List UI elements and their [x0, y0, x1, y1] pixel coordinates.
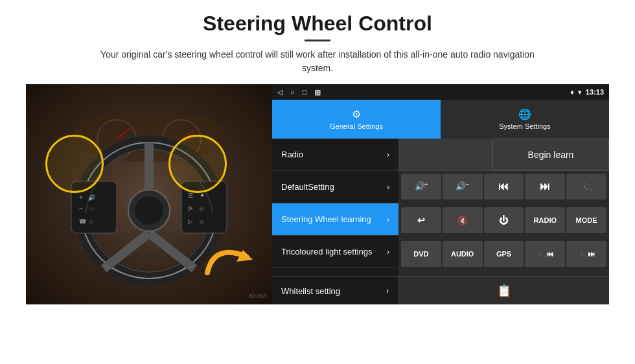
back-call-button[interactable]: ↩ [401, 207, 441, 233]
arrow-container [201, 237, 259, 285]
highlight-circle-left [45, 135, 104, 193]
nav-tabs: ⚙ General Settings 🌐 System Settings [272, 100, 609, 139]
home-icon: ○ [290, 88, 295, 97]
svg-text:+: + [79, 194, 83, 201]
menu-item-tricoloured-label: Tricoloured light settings [281, 247, 372, 256]
car-background: + 🔊 − ☎ ↑↓ ◇ ☰ ✦ ⟳ ◇ ▷ ◇ [26, 84, 272, 304]
svg-line-10 [149, 233, 194, 269]
page-title: Steering Wheel Control [203, 12, 432, 36]
tab-general-settings[interactable]: ⚙ General Settings [272, 100, 441, 139]
call-icon: 📞 [581, 181, 592, 192]
svg-point-12 [135, 196, 163, 225]
radio-button[interactable]: RADIO [525, 207, 565, 233]
menu-item-tricoloured[interactable]: Tricoloured light settings › [272, 236, 398, 268]
mode-button[interactable]: MODE [566, 207, 606, 233]
vol-down-icon: 🔊− [456, 181, 469, 191]
menu-controls: Radio › DefaultSetting › Steering Wheel … [272, 139, 609, 276]
title-divider [305, 40, 330, 41]
page-wrapper: Steering Wheel Control Your original car… [0, 0, 635, 364]
svg-text:☎: ☎ [79, 218, 86, 225]
location-icon: ♦ [570, 88, 574, 96]
page-subtitle: Your original car's steering wheel contr… [97, 48, 538, 75]
gear-icon: ⚙ [352, 108, 361, 120]
menu-item-radio-label: Radio [281, 150, 303, 159]
next-icon: ⏭ [540, 181, 550, 192]
watermark: alnavi [248, 291, 267, 299]
prev-icon: ⏮ [498, 181, 509, 192]
status-bar: ◁ ○ □ ▦ ♦ ▾ 13:13 [272, 84, 609, 100]
prev-track-button[interactable]: ⏮ [484, 174, 524, 199]
gps-label: GPS [496, 250, 511, 258]
mute-icon: 🔇 [457, 216, 468, 225]
menu-arrow-radio: › [387, 150, 389, 159]
whitelist-arrow: › [386, 286, 389, 295]
svg-text:▷: ▷ [188, 218, 192, 225]
android-ui: ◁ ○ □ ▦ ♦ ▾ 13:13 ⚙ General Settings [272, 84, 609, 304]
screenshot-icon: ▦ [314, 88, 321, 97]
tab-system-label: System Settings [499, 122, 550, 130]
controls-grid: 🔊+ 🔊− ⏮ ⏭ 📞 [398, 171, 609, 276]
call-next-button[interactable]: 📞⏭ [566, 241, 606, 267]
menu-item-steering-label: Steering Wheel learning [281, 214, 371, 224]
car-image-section: + 🔊 − ☎ ↑↓ ◇ ☰ ✦ ⟳ ◇ ▷ ◇ [26, 84, 272, 304]
whitelist-label: Whitelist setting [281, 286, 340, 296]
svg-text:☰: ☰ [188, 192, 193, 199]
vol-up-button[interactable]: 🔊+ [401, 174, 441, 199]
power-icon: ⏻ [499, 215, 508, 225]
menu-item-steering-wheel[interactable]: Steering Wheel learning › [272, 203, 398, 236]
svg-text:⟳: ⟳ [188, 205, 193, 212]
bottom-right-panel: 📋 [398, 277, 609, 304]
status-bar-right: ♦ ▾ 13:13 [570, 88, 604, 97]
begin-learn-row: Begin learn [398, 139, 609, 171]
dvd-button[interactable]: DVD [401, 241, 441, 267]
tab-system-settings[interactable]: 🌐 System Settings [441, 100, 609, 139]
svg-text:↑↓: ↑↓ [89, 206, 95, 212]
menu-arrow-steering: › [387, 215, 389, 224]
svg-text:◇: ◇ [200, 219, 204, 225]
whitelist-menu-item[interactable]: Whitelist setting › [272, 277, 398, 304]
tab-general-label: General Settings [330, 122, 383, 130]
menu-item-radio[interactable]: Radio › [272, 139, 398, 171]
status-time: 13:13 [586, 88, 604, 96]
mute-button[interactable]: 🔇 [443, 207, 483, 233]
back-icon: ◁ [277, 88, 283, 97]
call-next-icon: 📞⏭ [579, 250, 595, 258]
svg-line-9 [104, 233, 149, 269]
call-button[interactable]: 📞 [566, 174, 606, 199]
recents-icon: □ [303, 88, 307, 97]
main-content: + 🔊 − ☎ ↑↓ ◇ ☰ ✦ ⟳ ◇ ▷ ◇ [26, 84, 609, 304]
vol-down-button[interactable]: 🔊− [443, 174, 483, 199]
call-prev-icon: 📞⏮ [537, 250, 553, 258]
menu-item-defaultsetting[interactable]: DefaultSetting › [272, 171, 398, 203]
mode-label: MODE [576, 216, 597, 224]
svg-text:−: − [79, 205, 83, 212]
menu-arrow-default: › [387, 183, 389, 192]
arrow-svg [201, 237, 259, 282]
dvd-label: DVD [413, 250, 428, 258]
whitelist-icon: 📋 [497, 284, 511, 298]
right-panel: Begin learn 🔊+ 🔊− ⏮ [398, 139, 609, 276]
begin-learn-button[interactable]: Begin learn [492, 139, 609, 171]
audio-button[interactable]: AUDIO [443, 241, 483, 267]
gps-button[interactable]: GPS [484, 241, 524, 267]
audio-label: AUDIO [451, 250, 474, 258]
svg-text:◇: ◇ [89, 219, 94, 225]
next-track-button[interactable]: ⏭ [525, 174, 565, 199]
status-bar-left: ◁ ○ □ ▦ [277, 88, 321, 97]
menu-item-default-label: DefaultSetting [281, 182, 334, 192]
vol-up-icon: 🔊+ [415, 181, 428, 191]
signal-icon: ▾ [578, 88, 582, 97]
begin-learn-spacer [398, 139, 492, 170]
radio-label: RADIO [534, 216, 557, 224]
globe-icon: 🌐 [518, 108, 531, 120]
power-button[interactable]: ⏻ [484, 207, 524, 233]
back-call-icon: ↩ [417, 215, 425, 225]
menu-arrow-tricoloured: › [387, 247, 389, 256]
svg-text:◇: ◇ [200, 206, 204, 212]
bottom-row: Whitelist setting › 📋 [272, 276, 609, 304]
highlight-circle-right [168, 135, 227, 193]
left-menu: Radio › DefaultSetting › Steering Wheel … [272, 139, 398, 276]
call-prev-button[interactable]: 📞⏮ [525, 241, 565, 267]
